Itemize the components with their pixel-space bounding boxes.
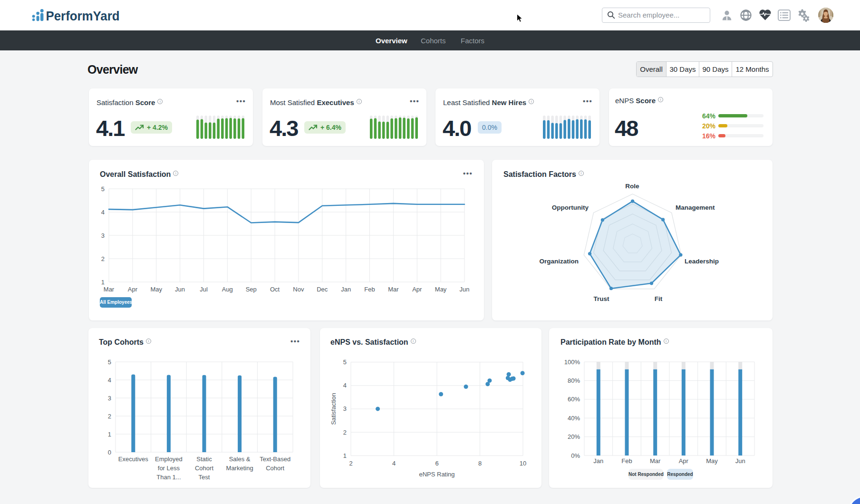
svg-text:May: May — [150, 286, 162, 293]
svg-text:Jan: Jan — [341, 286, 351, 293]
svg-text:May: May — [435, 286, 447, 293]
svg-text:0: 0 — [108, 449, 111, 456]
svg-text:Sep: Sep — [246, 286, 257, 293]
svg-text:Aug: Aug — [222, 286, 233, 293]
svg-text:1: 1 — [101, 279, 105, 286]
svg-text:Cohort: Cohort — [266, 465, 284, 472]
svg-text:Oct: Oct — [270, 286, 280, 293]
svg-text:4: 4 — [101, 209, 105, 216]
svg-text:Dec: Dec — [317, 286, 328, 293]
svg-text:60%: 60% — [568, 396, 580, 403]
svg-text:May: May — [706, 457, 718, 465]
svg-text:3: 3 — [108, 395, 111, 402]
svg-text:100%: 100% — [564, 359, 580, 366]
svg-text:Cohort: Cohort — [195, 465, 213, 472]
svg-text:4: 4 — [343, 382, 347, 389]
svg-text:Satisfaction: Satisfaction — [330, 393, 337, 425]
svg-text:1: 1 — [343, 452, 347, 459]
svg-text:5: 5 — [108, 359, 111, 366]
svg-text:Jun: Jun — [460, 286, 470, 293]
svg-text:3: 3 — [343, 405, 347, 412]
svg-text:2: 2 — [101, 255, 105, 262]
svg-text:Apr: Apr — [128, 286, 138, 293]
svg-text:2: 2 — [349, 460, 352, 467]
svg-text:PerformYard: PerformYard — [46, 9, 120, 23]
svg-text:5: 5 — [343, 359, 347, 366]
svg-text:Feb: Feb — [621, 457, 632, 465]
svg-text:eNPS Rating: eNPS Rating — [419, 471, 454, 478]
svg-text:Mar: Mar — [104, 286, 115, 293]
svg-text:Mar: Mar — [388, 286, 399, 293]
svg-text:2: 2 — [343, 429, 347, 436]
svg-text:Apr: Apr — [679, 457, 689, 465]
svg-text:Executives: Executives — [118, 456, 148, 463]
svg-text:Sales &: Sales & — [229, 456, 251, 463]
svg-text:Than 1...: Than 1... — [156, 474, 181, 481]
svg-text:4: 4 — [392, 460, 396, 467]
svg-text:8: 8 — [478, 460, 482, 467]
svg-text:Apr: Apr — [412, 286, 422, 293]
svg-text:Marketing: Marketing — [226, 465, 253, 472]
svg-text:Nov: Nov — [293, 286, 304, 293]
svg-text:Jun: Jun — [175, 286, 185, 293]
svg-text:Jan: Jan — [593, 457, 603, 465]
svg-text:4: 4 — [108, 377, 111, 384]
svg-text:Test: Test — [199, 474, 210, 481]
svg-text:40%: 40% — [568, 415, 580, 422]
svg-text:for Less: for Less — [158, 465, 180, 472]
svg-text:6: 6 — [435, 460, 438, 467]
svg-text:10: 10 — [520, 460, 526, 467]
svg-text:Jul: Jul — [200, 286, 208, 293]
svg-text:5: 5 — [101, 185, 105, 193]
svg-text:Mar: Mar — [650, 457, 661, 465]
svg-text:20%: 20% — [568, 433, 580, 440]
svg-text:Feb: Feb — [364, 286, 375, 293]
svg-text:80%: 80% — [568, 377, 580, 384]
svg-text:0%: 0% — [571, 452, 580, 459]
svg-text:3: 3 — [101, 232, 105, 239]
svg-text:Jun: Jun — [735, 457, 745, 465]
svg-text:Employed: Employed — [155, 456, 183, 463]
svg-text:2: 2 — [108, 413, 111, 420]
svg-text:Text-Based: Text-Based — [260, 456, 290, 463]
svg-text:Static: Static — [196, 456, 212, 463]
svg-text:1: 1 — [108, 431, 111, 438]
